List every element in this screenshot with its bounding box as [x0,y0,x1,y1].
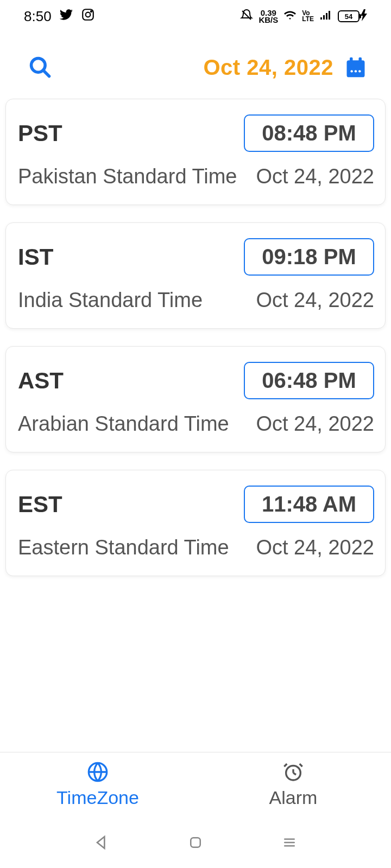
wifi-icon [283,9,297,24]
svg-line-19 [293,773,296,775]
tab-alarm[interactable]: Alarm [195,752,391,817]
search-button[interactable] [27,54,53,80]
svg-rect-6 [329,11,330,20]
volte-icon: VoLTE [302,10,314,22]
svg-rect-3 [320,17,322,20]
charging-icon [361,9,367,24]
menu-recents-icon [281,834,298,851]
tab-label: TimeZone [56,787,139,808]
svg-line-21 [300,764,302,767]
mute-icon [240,9,253,24]
tz-date: Oct 24, 2022 [256,289,374,312]
timezone-list: PST 08:48 PM Pakistan Standard Time Oct … [0,99,391,576]
status-time: 8:50 [24,8,52,25]
triangle-back-icon [93,834,110,851]
tab-timezone[interactable]: TimeZone [0,752,195,817]
svg-rect-9 [347,60,365,77]
svg-rect-4 [323,15,325,20]
tz-time[interactable]: 11:48 AM [244,486,374,523]
status-left: 8:50 [24,8,95,25]
svg-rect-22 [191,838,200,847]
nav-back-button[interactable] [90,831,113,854]
network-speed-unit: KB/S [258,16,278,24]
tz-abbr: IST [18,244,53,270]
svg-point-2 [90,10,91,11]
search-icon [28,55,52,79]
tz-abbr: PST [18,120,62,146]
svg-line-20 [284,764,287,767]
svg-line-8 [43,71,49,76]
timezone-card[interactable]: AST 06:48 PM Arabian Standard Time Oct 2… [5,346,386,452]
bottom-tab-bar: TimeZone Alarm [0,752,391,817]
tz-date: Oct 24, 2022 [256,412,374,436]
nav-home-button[interactable] [184,831,207,854]
network-speed: 0.39 KB/S [258,9,278,24]
tz-time[interactable]: 09:18 PM [244,238,374,276]
timezone-card[interactable]: EST 11:48 AM Eastern Standard Time Oct 2… [5,470,386,576]
svg-point-14 [358,70,361,72]
globe-icon [87,761,109,783]
tz-full-name: Eastern Standard Time [18,536,229,559]
calendar-button[interactable] [343,55,368,80]
timezone-card[interactable]: PST 08:48 PM Pakistan Standard Time Oct … [5,99,386,205]
header-date: Oct 24, 2022 [204,55,334,80]
tz-full-name: India Standard Time [18,289,203,312]
system-nav-bar [0,817,391,868]
app-header: Oct 24, 2022 [0,33,391,99]
tz-abbr: EST [18,492,62,518]
signal-icon [319,9,332,24]
instagram-icon [81,8,95,25]
square-home-icon [187,834,204,851]
svg-point-13 [355,70,357,72]
tz-abbr: AST [18,368,64,394]
tz-time[interactable]: 06:48 PM [244,362,374,399]
tz-full-name: Arabian Standard Time [18,412,229,436]
svg-rect-10 [350,58,353,62]
tab-label: Alarm [269,787,318,808]
tz-date: Oct 24, 2022 [256,165,374,188]
svg-point-1 [85,12,90,17]
svg-rect-5 [326,13,327,20]
tz-date: Oct 24, 2022 [256,536,374,559]
status-right: 0.39 KB/S VoLTE 54 [240,9,367,24]
twitter-icon [59,8,73,25]
svg-point-12 [350,70,352,72]
tz-time[interactable]: 08:48 PM [244,114,374,152]
nav-recents-button[interactable] [278,831,301,854]
calendar-icon [344,55,368,79]
alarm-clock-icon [282,761,304,783]
date-calendar-group: Oct 24, 2022 [204,55,369,80]
status-bar: 8:50 0.39 KB/S VoLTE 54 [0,0,391,33]
tz-full-name: Pakistan Standard Time [18,165,237,188]
battery-indicator: 54 [338,9,367,24]
battery-level: 54 [345,12,352,21]
svg-rect-11 [359,58,362,62]
timezone-card[interactable]: IST 09:18 PM India Standard Time Oct 24,… [5,222,386,329]
